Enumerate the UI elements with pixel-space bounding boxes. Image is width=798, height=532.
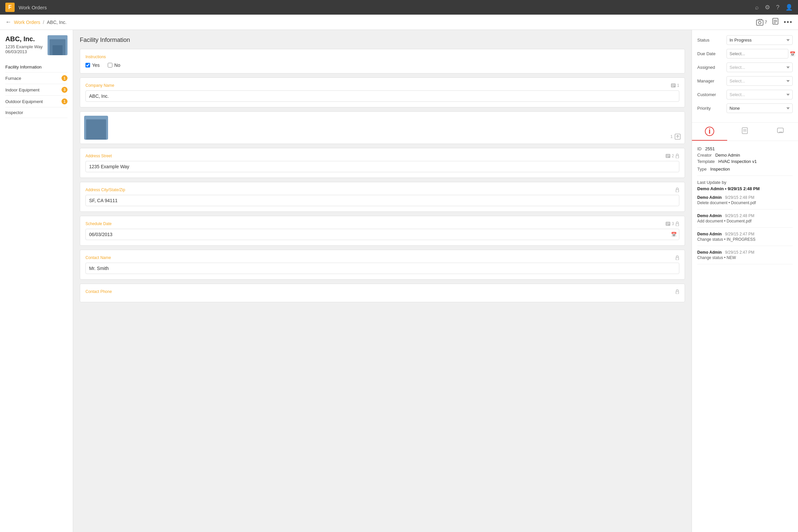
profile-icon[interactable]: 👤 (785, 4, 793, 11)
breadcrumb-right: 7 ••• (756, 18, 793, 26)
address-street-label: Address Street 2 (86, 154, 679, 158)
main-layout: ABC, Inc. 1235 Example Way 06/03/2013 Fa… (0, 30, 798, 532)
no-checkbox-item[interactable]: No (108, 62, 120, 68)
photo-icon (756, 19, 763, 25)
yes-checkbox[interactable] (86, 63, 90, 68)
instructions-card: Instructions Yes No (80, 49, 685, 74)
more-button[interactable]: ••• (784, 18, 793, 26)
no-label: No (114, 62, 120, 68)
activity-action-3: Change status • NEW (697, 255, 793, 260)
schedule-date-input[interactable] (86, 229, 679, 240)
due-date-row: Due Date 📅 (697, 49, 793, 58)
activity-time-2: 9/29/15 2:47 PM (725, 232, 755, 236)
assigned-select[interactable]: Select... (726, 62, 793, 72)
upload-count: 1 (670, 134, 673, 139)
right-panel: Status In Progress New Completed Cancell… (691, 30, 798, 532)
sidebar-item-outdoor-equipment[interactable]: Outdoor Equipment 1 (5, 96, 68, 108)
schedule-date-meta: 3 (666, 222, 679, 226)
company-name-meta: 1 (671, 83, 679, 88)
nav-left: F Work Orders (5, 3, 47, 12)
sidebar-company-name: ABC, Inc. (5, 35, 42, 43)
due-date-calendar-icon[interactable]: 📅 (790, 51, 795, 57)
sidebar-item-facility-information[interactable]: Facility Information (5, 62, 68, 73)
yes-checkbox-item[interactable]: Yes (86, 62, 100, 68)
customer-control[interactable]: Select... (726, 90, 793, 99)
section-title: Facility Information (80, 37, 685, 43)
image-upload-area[interactable]: 1 (670, 134, 681, 140)
breadcrumb-current: ABC, Inc. (47, 20, 66, 25)
assigned-row: Assigned Select... (697, 62, 793, 72)
docs-tab-icon (742, 127, 748, 136)
document-button[interactable] (773, 18, 778, 26)
info-id-value: 2551 (705, 146, 715, 151)
tab-docs[interactable] (727, 123, 762, 141)
indoor-equipment-badge: 3 (61, 87, 68, 93)
doc-icon (773, 18, 778, 25)
activity-header-3: Demo Admin 9/29/15 2:47 PM (697, 250, 793, 255)
help-icon[interactable]: ? (776, 4, 779, 11)
status-label: Status (697, 38, 724, 42)
breadcrumb-separator: / (43, 20, 44, 25)
assigned-control[interactable]: Select... (726, 62, 793, 72)
manager-control[interactable]: Select... (726, 76, 793, 86)
lock-icon (675, 188, 679, 192)
address-street-input[interactable] (86, 161, 679, 172)
priority-select[interactable]: None Low Medium High (726, 103, 793, 113)
due-date-input[interactable] (726, 49, 788, 58)
svg-rect-16 (676, 156, 679, 158)
priority-row: Priority None Low Medium High (697, 103, 793, 113)
info-creator-label: Creator (697, 153, 711, 158)
status-select[interactable]: In Progress New Completed Cancelled (726, 35, 793, 45)
manager-label: Manager (697, 78, 724, 83)
app-title: Work Orders (19, 5, 47, 10)
yes-label: Yes (92, 62, 100, 68)
furnace-badge: 1 (61, 75, 68, 81)
svg-rect-25 (742, 128, 747, 134)
manager-select[interactable]: Select... (726, 76, 793, 86)
settings-icon[interactable]: ⚙ (765, 4, 770, 11)
back-button[interactable]: ← (5, 19, 11, 25)
sidebar-item-label: Indoor Equipment (5, 88, 40, 92)
lock-icon (675, 154, 679, 158)
no-checkbox[interactable] (108, 63, 112, 68)
calendar-icon[interactable]: 📅 (671, 232, 677, 237)
sidebar-item-inspector[interactable]: Inspector (5, 108, 68, 118)
info-creator-value: Demo Admin (715, 153, 740, 158)
svg-rect-2 (773, 18, 778, 24)
address-city-input[interactable] (86, 195, 679, 206)
sidebar-item-indoor-equipment[interactable]: Indoor Equipment 3 (5, 84, 68, 96)
contact-name-input[interactable] (86, 263, 679, 274)
divider (697, 175, 793, 176)
instructions-label: Instructions (86, 55, 679, 59)
activity-header-2: Demo Admin 9/29/15 2:47 PM (697, 232, 793, 236)
breadcrumb-parent-link[interactable]: Work Orders (14, 20, 40, 25)
sidebar-item-furnace[interactable]: Furnace 1 (5, 73, 68, 84)
address-city-label: Address City/State/Zip (86, 188, 679, 192)
type-row: Type Inspection (697, 167, 793, 172)
priority-control[interactable]: None Low Medium High (726, 103, 793, 113)
svg-rect-22 (676, 224, 679, 226)
activity-action-1: Add document • Document.pdf (697, 219, 793, 224)
status-control[interactable]: In Progress New Completed Cancelled (726, 35, 793, 45)
contact-phone-label: Contact Phone (86, 289, 679, 294)
photos-button[interactable]: 7 (756, 19, 767, 25)
outdoor-equipment-badge: 1 (61, 98, 68, 104)
notes-icon (671, 83, 676, 88)
company-name-input[interactable] (86, 91, 679, 102)
tab-info[interactable]: i (692, 123, 727, 141)
info-template-label: Template (697, 159, 715, 164)
breadcrumb-left: ← Work Orders / ABC, Inc. (5, 19, 66, 25)
address-city-meta (675, 188, 679, 192)
customer-label: Customer (697, 92, 724, 97)
activity-time-0: 9/29/15 2:48 PM (725, 195, 755, 200)
lock-icon (675, 289, 679, 294)
customer-select[interactable]: Select... (726, 90, 793, 99)
activity-user-1: Demo Admin (697, 213, 722, 218)
sidebar-address: 1235 Example Way (5, 44, 42, 49)
tab-comments[interactable] (763, 123, 798, 141)
sidebar-item-label: Inspector (5, 110, 23, 115)
search-icon[interactable]: ⌕ (755, 4, 759, 11)
activity-user-0: Demo Admin (697, 195, 722, 200)
info-id-label: ID (697, 146, 702, 151)
activity-action-2: Change status • IN_PROGRESS (697, 237, 793, 242)
